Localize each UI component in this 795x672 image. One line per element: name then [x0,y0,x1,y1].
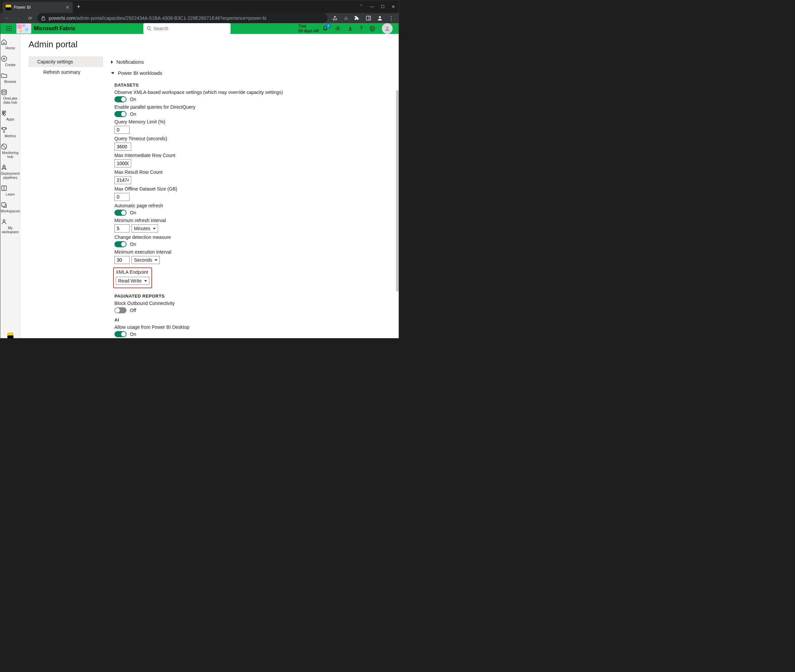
change-detect-label: Change detection measure [114,235,345,240]
svg-point-7 [7,28,8,29]
svg-point-18 [373,28,373,28]
query-memory-input[interactable] [114,126,130,134]
share-icon[interactable] [332,16,338,21]
url-path: /admin-portal/capacities/2922434A-51BA-4… [75,16,266,21]
parallel-dq-toggle[interactable] [114,111,127,117]
app-launcher-icon[interactable] [4,26,14,31]
section-notifications[interactable]: Notifications [111,56,345,67]
left-nav-rail: Home Create Browse OneLake data hub Apps… [0,34,21,338]
rail-metrics[interactable]: Metrics [1,125,20,140]
change-detect-toggle[interactable] [114,241,127,247]
observe-xmla-toggle[interactable] [114,96,127,102]
menu-refresh-summary[interactable]: Refresh summary [29,67,103,77]
svg-rect-1 [367,16,371,20]
min-refresh-input[interactable] [114,224,130,232]
help-icon[interactable]: ? [360,26,363,32]
window-controls: ˅ — ☐ ✕ [356,2,399,11]
forward-icon[interactable]: → [14,14,23,22]
chrome-menu-icon[interactable]: ⋮ [389,15,394,21]
bookmark-icon[interactable]: ☆ [344,15,348,21]
ai-allow-desktop-toggle[interactable] [114,331,127,337]
max-inter-input[interactable] [114,159,131,167]
min-refresh-unit-select[interactable]: Minutes [131,224,158,232]
apps-icon [1,110,20,117]
observe-xmla-state: On [130,97,136,102]
min-exec-input[interactable] [114,256,130,264]
rail-monitoring[interactable]: Monitoring hub [1,141,20,161]
rail-pipelines[interactable]: Deployment pipelines [1,162,20,181]
rail-powerbi[interactable]: Power BI [1,330,20,338]
monitor-icon [1,143,20,150]
tabs-dropdown-icon[interactable]: ˅ [356,2,367,11]
browser-tab[interactable]: Power BI ✕ [2,2,73,13]
reload-icon[interactable]: ⟳ [26,14,35,22]
rail-apps[interactable]: Apps [1,108,20,123]
svg-point-10 [7,30,8,31]
max-offline-input[interactable] [114,193,130,201]
feedback-icon[interactable] [369,26,375,32]
datasets-header: DATASETS [114,83,345,88]
address-bar[interactable]: powerbi.com/admin-portal/capacities/2922… [37,13,327,23]
extensions-icon[interactable] [354,16,360,21]
scrollbar-thumb[interactable] [396,90,399,291]
svg-point-9 [11,28,12,29]
xmla-endpoint-select[interactable]: Read Write [116,277,149,285]
svg-point-30 [3,220,5,222]
max-result-input[interactable] [114,176,131,184]
search-input[interactable] [153,26,227,31]
rail-browse[interactable]: Browse [1,70,20,86]
svg-point-8 [9,28,10,29]
close-tab-icon[interactable]: ✕ [66,5,69,10]
rail-learn[interactable]: Learn [1,183,20,198]
database-icon [1,89,20,96]
brand-logo [16,24,31,34]
chevron-down-icon [111,72,114,74]
maximize-icon[interactable]: ☐ [377,2,388,11]
rail-myworkspace[interactable]: My workspace [1,216,20,236]
rail-workspaces[interactable]: Workspaces [1,200,20,215]
svg-point-13 [147,27,150,30]
notifications-icon[interactable]: 8 [322,26,328,32]
close-window-icon[interactable]: ✕ [388,2,399,11]
auto-refresh-state: On [130,210,136,215]
download-icon[interactable] [348,26,353,31]
parallel-dq-label: Enable parallel queries for DirectQuery [114,104,345,110]
brand-title: Microsoft Fabric [34,26,75,32]
min-exec-unit-select[interactable]: Seconds [131,256,160,264]
rocket-icon [1,164,20,171]
sidepanel-icon[interactable] [366,16,371,21]
svg-point-5 [9,26,10,27]
avatar[interactable] [382,23,393,34]
settings-panel: Notifications Power BI workloads DATASET… [103,56,345,338]
stack-icon [1,202,20,208]
profile-icon[interactable] [377,16,383,21]
back-icon[interactable]: ← [3,14,12,22]
max-inter-label: Max Intermediate Row Count [114,153,345,158]
minimize-icon[interactable]: — [367,2,377,11]
rail-home[interactable]: Home [1,37,20,52]
ai-allow-desktop-state: On [130,331,136,337]
powerbi-favicon [6,5,11,10]
menu-capacity-settings[interactable]: Capacity settings [29,56,103,67]
global-search[interactable] [143,23,231,34]
rail-create[interactable]: Create [1,53,20,69]
svg-point-15 [337,28,339,29]
auto-refresh-toggle[interactable] [114,210,127,216]
settings-icon[interactable] [335,26,341,32]
parallel-dq-state: On [130,111,136,117]
min-refresh-label: Minimum refresh interval [114,218,345,223]
query-timeout-input[interactable] [114,142,131,150]
svg-point-26 [3,166,4,167]
page-title: Admin portal [29,39,391,50]
new-tab-button[interactable]: + [77,3,80,10]
svg-rect-0 [42,18,45,20]
xmla-endpoint-label: XMLA Endpoint [116,269,149,275]
svg-point-16 [370,26,375,31]
svg-rect-29 [2,203,5,206]
folder-icon [1,72,20,79]
section-workloads[interactable]: Power BI workloads [111,67,345,78]
rail-onelake[interactable]: OneLake data hub [1,87,20,106]
admin-side-menu: Capacity settings Refresh summary [29,56,103,338]
app-header: Microsoft Fabric Trial: 59 days left 8 [0,23,399,34]
block-outbound-toggle[interactable] [114,307,127,314]
